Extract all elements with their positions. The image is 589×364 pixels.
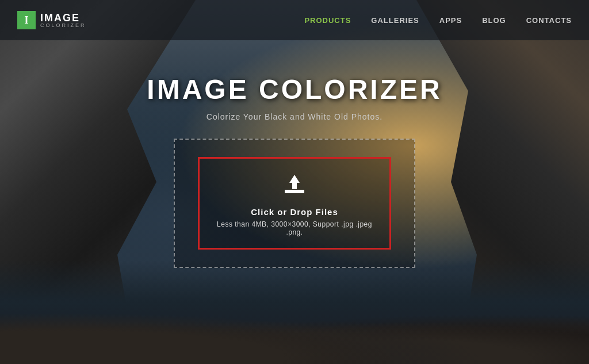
logo-icon: I [17, 11, 36, 29]
nav-galleries[interactable]: GALLERIES [371, 16, 419, 25]
upload-area-wrapper: Click or Drop Files Less than 4MB, 3000×… [174, 139, 415, 268]
nav-contacts[interactable]: CONTACTS [526, 16, 572, 25]
upload-hint: Less than 4MB, 3000×3000, Support .jpg .… [217, 220, 372, 236]
nav-apps[interactable]: APPS [439, 16, 462, 25]
logo-text: IMAGE COLORIZER [40, 13, 86, 28]
nav-links: PRODUCTS GALLERIES APPS BLOG CONTACTS [304, 16, 572, 25]
upload-icon [280, 170, 309, 201]
upload-label: Click or Drop Files [251, 207, 338, 217]
nav-products[interactable]: PRODUCTS [304, 16, 351, 25]
navbar: I IMAGE COLORIZER PRODUCTS GALLERIES APP… [0, 0, 589, 40]
upload-inner[interactable]: Click or Drop Files Less than 4MB, 3000×… [198, 157, 391, 250]
svg-marker-1 [289, 175, 300, 189]
hero-content: IMAGE COLORIZER Colorize Your Black and … [122, 74, 467, 268]
logo[interactable]: I IMAGE COLORIZER [17, 11, 86, 29]
hero-title: IMAGE COLORIZER [122, 74, 467, 105]
upload-area[interactable]: Click or Drop Files Less than 4MB, 3000×… [174, 139, 415, 268]
logo-sub-text: COLORIZER [40, 23, 86, 28]
hero-subtitle: Colorize Your Black and White Old Photos… [122, 112, 467, 121]
logo-main-text: IMAGE [40, 13, 86, 23]
rocks-foreground [0, 295, 589, 364]
svg-rect-0 [285, 190, 304, 193]
nav-blog[interactable]: BLOG [482, 16, 506, 25]
